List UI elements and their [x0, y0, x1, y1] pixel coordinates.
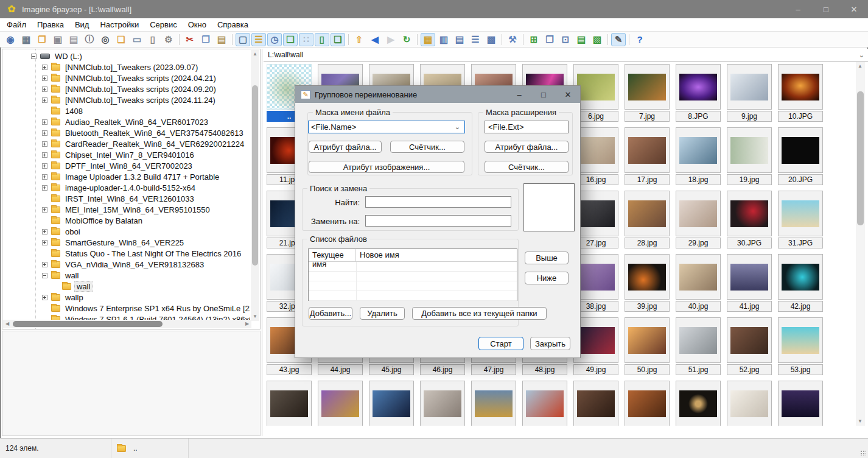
menu-item-окно[interactable]: Окно [183, 19, 212, 30]
thumbnail[interactable] [420, 381, 465, 426]
tree-item--nnmclub-to-tweaks-scripts-2024-11-24-[interactable]: [NNMClub.to]_Tweaks scripts (2024.11.24) [3, 94, 250, 105]
file-item-17.jpg[interactable]: 17.jpg [625, 127, 670, 185]
panel-splitter[interactable] [262, 49, 262, 436]
file-attribute-button[interactable]: Атрибут файла... [309, 141, 382, 153]
thumbnail[interactable] [727, 191, 772, 236]
file-item-50.jpg[interactable]: 50.jpg [625, 317, 670, 375]
thumbnail-label[interactable]: 28.jpg [625, 238, 670, 248]
print-button[interactable]: ▤ [66, 33, 81, 46]
start-button[interactable]: Старт [478, 337, 523, 350]
scroll-left-arrow[interactable]: ◀ [3, 320, 12, 328]
dialog-minimize-button[interactable]: – [507, 86, 531, 103]
thumbnail[interactable] [625, 64, 670, 110]
copy-button[interactable]: ❐ [198, 33, 213, 46]
expand-icon[interactable] [42, 207, 47, 213]
tree-item--nnmclub-to-tweaks-scripts-2024-09-20-[interactable]: [NNMClub.to]_Tweaks scripts (2024.09.20) [3, 83, 250, 94]
thumbnail[interactable] [676, 64, 721, 110]
view-list-button[interactable]: ☰ [468, 33, 483, 46]
thumbnail-label[interactable]: 19.jpg [727, 174, 772, 185]
tree-item-wall[interactable]: wall [3, 281, 250, 292]
tree-item-image-uploader-1-3-2-build-4717-portable[interactable]: Image Uploader 1.3.2 Build 4717 + Portab… [3, 171, 250, 182]
expand-icon[interactable] [42, 174, 47, 180]
toggle-tree-pane[interactable]: ☰ [251, 33, 266, 46]
collapse-icon[interactable] [42, 273, 47, 278]
thumbnail-label[interactable]: 17.jpg [625, 174, 670, 185]
thumbnail[interactable] [267, 381, 312, 426]
thumbnail[interactable] [522, 381, 567, 426]
file-item-54.jpg[interactable]: 54.jpg [267, 381, 312, 426]
move-up-button[interactable]: Выше [525, 252, 569, 264]
rename-button[interactable]: ▭ [130, 33, 144, 46]
file-list-table[interactable]: Текущее имя Новое имя [308, 248, 517, 301]
annotate-button[interactable]: ✎ [611, 33, 626, 46]
thumbnail-label[interactable]: 8.JPG [676, 111, 721, 122]
scrollbar-thumb[interactable] [252, 85, 258, 266]
remove-files-button[interactable]: Удалить [360, 307, 405, 320]
file-item-19.jpg[interactable]: 19.jpg [727, 127, 772, 185]
thumbnail-label[interactable]: 18.jpg [676, 174, 721, 185]
scroll-down-arrow[interactable]: ▼ [251, 312, 259, 321]
tree-item-wallp[interactable]: wallp [3, 292, 250, 303]
refresh-button[interactable]: ↻ [399, 33, 414, 46]
replace-input[interactable] [365, 215, 511, 227]
view-smallicons-button[interactable]: ▤ [452, 33, 467, 46]
file-item-18.jpg[interactable]: 18.jpg [676, 127, 721, 185]
thumbnail[interactable] [625, 127, 670, 173]
path-dropdown-icon[interactable]: ⌄ [859, 51, 868, 59]
scroll-up-arrow[interactable]: ▲ [856, 62, 864, 71]
file-item-40.jpg[interactable]: 40.jpg [676, 254, 721, 312]
dialog-maximize-button[interactable]: □ [531, 86, 556, 103]
view-button[interactable]: ◉ [3, 33, 18, 46]
tree-item--nnmclub-to-tweaks-scripts-2024-04-21-[interactable]: [NNMClub.to]_Tweaks scripts (2024.04.21) [3, 72, 250, 83]
tools-button[interactable]: ⚒ [505, 33, 520, 46]
tree-item-chipset-intel-win7-8-ver9401016[interactable]: Chipset_Intel_Win7_8_VER9401016 [3, 149, 250, 160]
add-files-button[interactable]: Добавить... [309, 307, 352, 320]
combobox-chevron-icon[interactable]: ⌄ [455, 123, 464, 131]
file-item-55.jpg[interactable]: 55.jpg [318, 381, 363, 426]
move-down-button[interactable]: Ниже [525, 272, 569, 284]
thumbnail[interactable] [778, 381, 823, 426]
thumbnail-label[interactable]: 49.jpg [573, 364, 618, 375]
delete-button[interactable]: ▯ [145, 33, 160, 46]
expand-icon[interactable] [42, 240, 47, 245]
thumbnail[interactable] [676, 254, 721, 300]
file-item-61.jpg[interactable]: 61.jpg [625, 381, 670, 426]
menu-item-сервис[interactable]: Сервис [144, 19, 183, 30]
file-item-51.jpg[interactable]: 51.jpg [676, 317, 721, 375]
thumbnail-label[interactable]: 43.jpg [267, 364, 312, 375]
file-item-7.jpg[interactable]: 7.jpg [625, 64, 670, 122]
add-all-from-folder-button[interactable]: Добавить все из текущей папки [412, 307, 547, 320]
file-item-9.jpg[interactable]: 9.jpg [727, 64, 772, 122]
view-thumbnails-button[interactable]: ▦ [421, 33, 435, 46]
thumbnail[interactable] [676, 317, 721, 363]
thumbnail-label[interactable]: 7.jpg [625, 111, 670, 122]
grid-vertical-scrollbar[interactable]: ▲ ▼ [856, 62, 865, 426]
expand-icon[interactable] [42, 141, 47, 147]
toggle-preview-pane[interactable]: ▢ [236, 33, 250, 46]
maximize-button[interactable]: □ [812, 0, 840, 18]
file-item-28.jpg[interactable]: 28.jpg [625, 191, 670, 248]
thumbnail[interactable] [778, 64, 823, 110]
expand-icon[interactable] [42, 229, 47, 234]
file-item-41.jpg[interactable]: 41.jpg [727, 254, 772, 312]
tree-item-smartgesture-win8-64-ver225[interactable]: SmartGesture_Win8_64_VER225 [3, 237, 250, 248]
file-item-62.jpg[interactable]: 62.jpg [676, 381, 721, 426]
menu-item-правка[interactable]: Правка [32, 19, 69, 30]
thumbnail[interactable] [625, 191, 670, 236]
toggle-page-pane[interactable]: ▯ [315, 33, 329, 46]
thumbnail-label[interactable]: 10.JPG [778, 111, 823, 122]
tree-item-dptf-intel-win8-64-ver7002023[interactable]: DPTF_Intel_Win8_64_VER7002023 [3, 160, 250, 171]
toggle-grid[interactable]: ∷ [299, 33, 313, 46]
thumbnail-label[interactable]: 47.jpg [471, 364, 516, 375]
thumbnail[interactable] [676, 127, 721, 173]
thumbnail-label[interactable]: 50.jpg [625, 364, 670, 375]
thumbnail-label[interactable]: 44.jpg [318, 364, 363, 375]
name-mask-combobox[interactable]: <File.Name> ⌄ [308, 121, 465, 133]
file-item-10.jpg[interactable]: 10.JPG [778, 64, 823, 122]
expand-icon[interactable] [42, 97, 47, 103]
menu-item-справка[interactable]: Справка [212, 19, 254, 30]
toggle-stack-pane[interactable]: ❑ [331, 33, 345, 46]
capture-button[interactable]: ◎ [98, 33, 113, 46]
thumbnail-label[interactable]: 39.jpg [625, 301, 670, 312]
toggle-history-pane[interactable]: ◷ [267, 33, 282, 46]
